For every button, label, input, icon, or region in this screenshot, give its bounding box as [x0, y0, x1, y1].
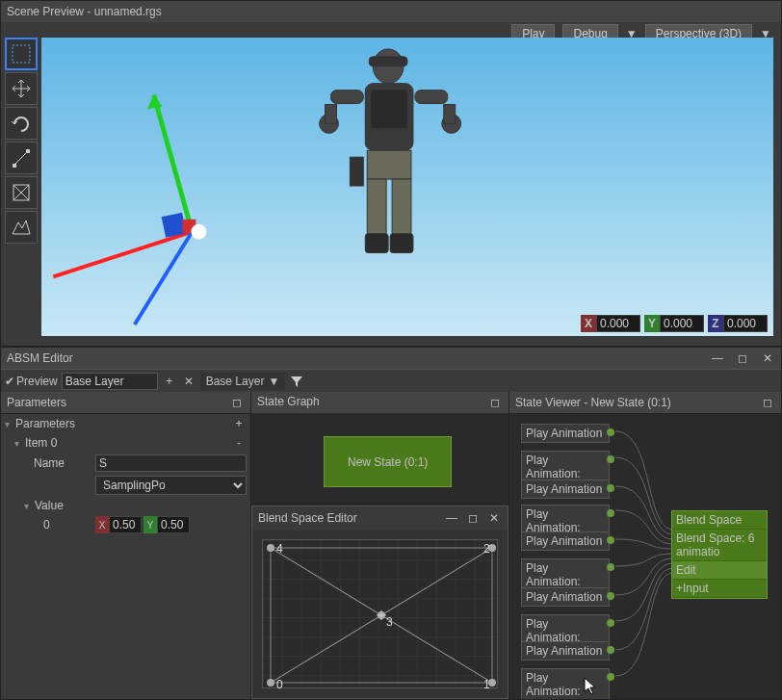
blend-node-row: Blend Space: 6 animatio [672, 530, 767, 561]
param-x-input[interactable] [109, 516, 142, 533]
absm-editor-panel: ABSM Editor — ◻ ✕ ✔Preview + ✕ Base Laye… [0, 347, 782, 700]
middle-column: State Graph ◻ New State (0:1) Blend Spac… [251, 392, 509, 699]
blend-grid [263, 540, 497, 687]
param-name-input[interactable] [95, 454, 247, 472]
state-graph-title: State Graph [257, 395, 320, 410]
rotate-tool[interactable] [5, 107, 38, 140]
scene-preview-panel: Scene Preview - unnamed.rgs Play Debug ▼… [0, 0, 782, 347]
svg-rect-12 [331, 91, 364, 104]
svg-marker-4 [147, 95, 163, 110]
play-anim-node[interactable]: Play Animation [521, 424, 610, 443]
svg-rect-2 [26, 149, 30, 153]
maximize-icon[interactable]: ◻ [735, 350, 750, 366]
parameters-heading: Parameters [15, 417, 227, 430]
character-mesh [320, 49, 461, 253]
tree-toggle-icon[interactable]: ▾ [5, 501, 31, 511]
state-viewer-panel: State Viewer - New State (0:1) ◻ Play An… [509, 392, 781, 699]
svg-rect-13 [415, 91, 448, 104]
chevron-down-icon: ▼ [268, 375, 279, 388]
play-anim-node[interactable]: Play Animation [521, 641, 610, 661]
param-y-input[interactable] [157, 516, 190, 533]
tree-toggle-icon[interactable]: ▾ [5, 419, 12, 429]
play-anim-node[interactable]: Play Animation [521, 531, 610, 551]
svg-point-7 [191, 224, 206, 240]
gizmo-x-axis [53, 232, 192, 277]
value-label: Value [35, 499, 247, 512]
parameters-title: Parameters [7, 396, 66, 409]
value-index: 0 [5, 518, 91, 531]
x-label: X [95, 516, 109, 533]
svg-rect-11 [371, 91, 407, 129]
blend-point-2[interactable]: 2 [483, 542, 495, 554]
layer-name-input[interactable] [62, 373, 158, 390]
coord-y-input[interactable] [660, 315, 704, 332]
bounds-tool[interactable] [5, 176, 38, 209]
blend-space-node[interactable]: Blend Space Blend Space: 6 animatio Edit… [671, 510, 768, 599]
state-graph-header: State Graph ◻ [251, 392, 508, 413]
filter-icon[interactable] [289, 374, 304, 389]
absm-body: Parameters ◻ ▾ Parameters + ▾ Item 0 - N… [1, 392, 781, 699]
add-layer-icon[interactable]: + [162, 374, 177, 389]
svg-rect-16 [326, 105, 337, 124]
svg-rect-9 [369, 57, 407, 66]
coord-x-input[interactable] [596, 315, 640, 332]
add-param-icon[interactable]: + [231, 416, 247, 431]
close-icon[interactable]: ✕ [486, 510, 502, 526]
tool-column [5, 38, 38, 244]
close-icon[interactable]: ✕ [760, 350, 775, 366]
layer-selector[interactable]: Base Layer▼ [200, 373, 286, 390]
svg-rect-23 [350, 157, 363, 186]
preview-checkbox[interactable]: ✔Preview [5, 375, 58, 388]
name-label: Name [5, 456, 91, 470]
coord-z-input[interactable] [723, 315, 768, 332]
svg-point-27 [267, 679, 274, 687]
absm-title-bar: ABSM Editor — ◻ ✕ [1, 348, 781, 369]
state-viewer-canvas[interactable]: Play Animation Play Animation: agent_s P… [509, 414, 781, 699]
svg-rect-17 [444, 105, 456, 124]
coord-y-label: Y [644, 315, 660, 332]
play-anim-node[interactable]: Play Animation [521, 480, 610, 499]
move-tool[interactable] [5, 72, 38, 105]
scene-title: Scene Preview - unnamed.rgs [7, 5, 775, 18]
terrain-tool[interactable] [5, 211, 38, 244]
blend-point-4[interactable]: 4 [276, 542, 288, 554]
cursor-icon [583, 676, 598, 695]
state-node[interactable]: New State (0:1) [324, 436, 452, 487]
y-label: Y [143, 516, 157, 533]
tree-toggle-icon[interactable]: ▾ [5, 438, 21, 449]
svg-rect-21 [365, 234, 388, 253]
scene-title-bar: Scene Preview - unnamed.rgs [1, 1, 781, 22]
viewport-svg [41, 38, 773, 336]
dock-icon[interactable]: ◻ [487, 395, 503, 410]
svg-rect-22 [390, 234, 413, 253]
blend-point-3[interactable]: 3 [386, 615, 398, 627]
select-tool[interactable] [5, 38, 38, 70]
absm-title: ABSM Editor [7, 351, 704, 365]
blend-node-header: Blend Space [672, 511, 767, 530]
blend-canvas[interactable]: 4 2 3 0 1 [262, 539, 498, 688]
blend-point-0[interactable]: 0 [276, 678, 288, 689]
dock-icon[interactable]: ◻ [760, 395, 775, 410]
state-viewer-title: State Viewer - New State (0:1) [515, 396, 671, 409]
svg-point-25 [267, 544, 274, 552]
minimize-icon[interactable]: — [444, 510, 459, 526]
svg-rect-1 [13, 164, 16, 168]
remove-layer-icon[interactable]: ✕ [181, 374, 196, 389]
blend-node-input[interactable]: +Input [672, 580, 767, 598]
svg-rect-19 [367, 179, 386, 237]
maximize-icon[interactable]: ◻ [465, 510, 481, 526]
state-graph-canvas[interactable]: New State (0:1) [251, 413, 508, 519]
coord-readout: X Y Z [581, 315, 768, 332]
dock-icon[interactable]: ◻ [229, 395, 245, 410]
minimize-icon[interactable]: — [710, 350, 725, 366]
scale-tool[interactable] [5, 142, 38, 174]
scene-viewport[interactable]: X Y Z [41, 38, 773, 336]
svg-rect-0 [13, 45, 30, 63]
svg-rect-20 [392, 179, 411, 237]
parameters-panel: Parameters ◻ ▾ Parameters + ▾ Item 0 - N… [1, 392, 251, 699]
blend-node-edit[interactable]: Edit [672, 561, 767, 580]
play-anim-node[interactable]: Play Animation [521, 587, 610, 607]
remove-item-icon[interactable]: - [231, 435, 247, 451]
param-type-select[interactable]: SamplingPo [95, 476, 247, 495]
blend-point-1[interactable]: 1 [483, 678, 495, 689]
